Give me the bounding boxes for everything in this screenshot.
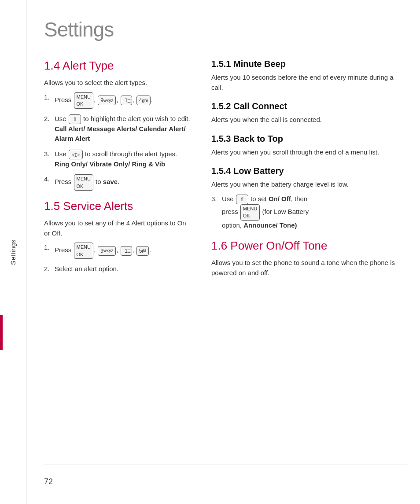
sidebar-accent: [0, 315, 3, 350]
section-1-6-description: Allows you to set the phone to sound a t…: [211, 258, 407, 278]
section-1-5-description: Allows you to set any of the 4 Alert opt…: [44, 218, 194, 238]
step-number: 2.: [44, 114, 53, 124]
step-content: Press MENUOK to save.: [55, 174, 194, 191]
section-1-5-2-description: Alerts you when the call is connected.: [211, 115, 407, 125]
step-content: Use ⇧ to highlight the alert you wish to…: [55, 114, 194, 144]
sidebar-label-container: Settings: [9, 239, 17, 265]
section-1-5-2-heading: 1.5.2 Call Connect: [211, 101, 407, 111]
step-number: 2.: [44, 264, 53, 274]
step-number: 4.: [44, 174, 53, 184]
step-1-5-1: 1. Press MENUOK, 9wxyz, 1☰, 5jkl.: [44, 243, 194, 259]
step-content: Select an alert option.: [55, 264, 194, 274]
bold-save: save: [103, 178, 118, 186]
key-menu-ok: MENUOK: [74, 92, 93, 109]
section-1-5-1-description: Alerts you 10 seconds before the end of …: [211, 73, 407, 92]
step-1-4-3: 3. Use ◁▷ to scroll through the alert ty…: [44, 149, 194, 169]
step-1-4-2: 2. Use ⇧ to highlight the alert you wish…: [44, 114, 194, 144]
key-menu-ok-2: MENUOK: [74, 174, 93, 191]
page-number: 72: [44, 477, 53, 486]
left-column: 1.4 Alert Type Allows you to select the …: [44, 59, 194, 282]
main-content: Settings 1.4 Alert Type Allows you to se…: [26, 0, 420, 504]
step-number: 3.: [44, 149, 53, 159]
key-9wxyz-2: 9wxyz: [98, 246, 116, 256]
key-menu-ok-3: MENUOK: [74, 243, 93, 259]
key-1: 1☰: [121, 96, 132, 105]
step-number: 1.: [44, 243, 53, 253]
step-number: 1.: [44, 92, 53, 103]
two-column-layout: 1.4 Alert Type Allows you to select the …: [44, 59, 407, 282]
section-1-5-3-description: Alerts you when you scroll through the e…: [211, 147, 407, 158]
step-content: Use ◁▷ to scroll through the alert types…: [55, 149, 194, 169]
step-bold-text: Call Alert/ Message Alerts/ Calendar Ale…: [55, 124, 194, 144]
key-1-2: 1☰: [121, 246, 132, 256]
sidebar-label: Settings: [9, 239, 17, 265]
key-5jkl: 5jkl: [136, 246, 149, 256]
section-1-4-heading: 1.4 Alert Type: [44, 59, 194, 73]
step-1-4-4: 4. Press MENUOK to save.: [44, 174, 194, 191]
section-1-5-3-heading: 1.5.3 Back to Top: [211, 134, 407, 144]
step-content: Press MENUOK, 9wxyz, 1☰, 5jkl.: [55, 243, 194, 259]
key-nav-lr: ◁▷: [69, 150, 83, 159]
step-1-4-1: 1. Press MENUOK, 9wxyz, 1☰, 4ghi.: [44, 92, 194, 109]
key-nav-up-2: ⇧: [236, 195, 248, 204]
bold-announce-tone: Announce/ Tone): [243, 221, 297, 229]
right-column: 1.5.1 Minute Beep Alerts you 10 seconds …: [211, 59, 407, 282]
section-1-6-heading: 1.6 Power On/Off Tone: [211, 239, 407, 253]
page-title: Settings: [44, 18, 407, 41]
step-1-5-4-3: 3. Use ⇧ to set On/ Off, then press MENU…: [211, 194, 407, 231]
section-1-5-heading: 1.5 Service Alerts: [44, 199, 194, 213]
step-content: Press MENUOK, 9wxyz, 1☰, 4ghi.: [55, 92, 194, 109]
step-bold-text: Ring Only/ Vibrate Only/ Ring & Vib: [55, 159, 194, 169]
key-menu-ok-4: MENUOK: [240, 204, 260, 221]
section-1-4-description: Allows you to select the alert types.: [44, 78, 194, 88]
bottom-divider: [44, 464, 407, 464]
sidebar: Settings: [0, 0, 26, 504]
step-1-5-2: 2. Select an alert option.: [44, 264, 194, 274]
section-1-5-1-heading: 1.5.1 Minute Beep: [211, 59, 407, 69]
step-number: 3.: [211, 194, 220, 204]
page-container: Settings Settings 1.4 Alert Type Allows …: [0, 0, 420, 504]
section-1-5-4-heading: 1.5.4 Low Battery: [211, 166, 407, 176]
step-content: Use ⇧ to set On/ Off, then press MENUOK …: [222, 194, 407, 231]
key-nav-up: ⇧: [69, 114, 81, 124]
section-1-5-4-description: Alerts you when the battery charge level…: [211, 180, 407, 190]
key-9wxyz: 9wxyz: [98, 96, 116, 105]
bold-on-off: On/ Off: [269, 195, 291, 202]
key-4ghi: 4ghi: [136, 96, 151, 105]
